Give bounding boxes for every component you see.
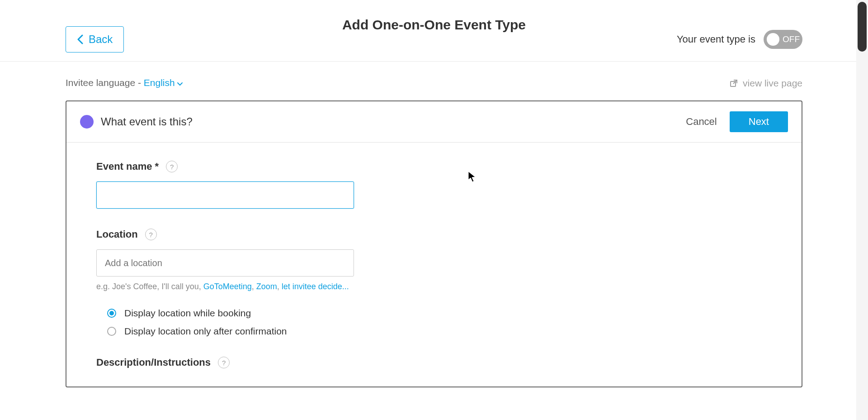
event-type-toggle-wrap: Your event type is OFF <box>677 30 802 49</box>
gotomeeting-link[interactable]: GoToMeeting <box>203 282 252 291</box>
view-live-page-link[interactable]: view live page <box>729 78 802 89</box>
location-label-row: Location ? <box>96 229 772 240</box>
panel-body: Event name * ? Location ? e.g. Joe's Cof… <box>66 143 802 387</box>
back-label: Back <box>89 33 113 46</box>
radio-icon <box>107 309 116 318</box>
toggle-prefix: Your event type is <box>677 33 755 45</box>
event-name-label: Event name * <box>96 161 159 172</box>
page-title: Add One-on-One Event Type <box>342 17 526 33</box>
zoom-link[interactable]: Zoom <box>256 282 277 291</box>
event-name-label-row: Event name * ? <box>96 161 772 172</box>
back-button[interactable]: Back <box>66 26 124 52</box>
panel-header: What event is this? Cancel Next <box>66 101 802 143</box>
scrollbar-thumb[interactable] <box>858 2 867 52</box>
location-input[interactable] <box>96 249 354 277</box>
invitee-language: Invitee language - English <box>66 77 183 89</box>
description-label-row: Description/Instructions ? <box>96 357 772 368</box>
toggle-state: OFF <box>783 34 800 44</box>
description-label: Description/Instructions <box>96 357 211 368</box>
location-display-radio-group: Display location while booking Display l… <box>96 308 772 337</box>
event-name-input[interactable] <box>96 181 354 209</box>
top-bar: Back Add One-on-One Event Type Your even… <box>0 0 868 62</box>
toggle-knob <box>767 33 779 46</box>
language-value: English <box>144 77 175 88</box>
section-heading: What event is this? <box>101 115 193 128</box>
location-field: Location ? e.g. Joe's Coffee, I'll call … <box>96 229 772 337</box>
event-type-toggle[interactable]: OFF <box>764 30 802 49</box>
radio-icon <box>107 327 116 336</box>
location-hint: e.g. Joe's Coffee, I'll call you, GoToMe… <box>96 282 772 291</box>
event-name-field: Event name * ? <box>96 161 772 209</box>
description-field: Description/Instructions ? <box>96 357 772 368</box>
language-selector[interactable]: English <box>144 77 183 88</box>
scrollbar-track <box>856 0 868 420</box>
radio-label: Display location while booking <box>124 308 251 319</box>
invitee-decide-link[interactable]: let invitee decide... <box>282 282 349 291</box>
external-link-icon <box>729 79 738 88</box>
section-dot-icon <box>80 115 94 129</box>
help-icon[interactable]: ? <box>145 229 157 240</box>
chevron-left-icon <box>77 34 83 44</box>
help-icon[interactable]: ? <box>166 161 178 172</box>
radio-label: Display location only after confirmation <box>124 326 287 337</box>
invitee-prefix: Invitee language - <box>66 77 144 88</box>
live-link-text: view live page <box>743 78 802 89</box>
cancel-button[interactable]: Cancel <box>676 111 726 132</box>
radio-display-confirm[interactable]: Display location only after confirmation <box>107 326 772 337</box>
next-button[interactable]: Next <box>730 111 788 132</box>
sub-bar: Invitee language - English view live pag… <box>0 62 868 100</box>
hint-prefix: e.g. Joe's Coffee, I'll call you, <box>96 282 203 291</box>
location-label: Location <box>96 229 138 240</box>
help-icon[interactable]: ? <box>218 357 230 368</box>
chevron-down-icon <box>177 78 183 89</box>
event-panel: What event is this? Cancel Next Event na… <box>66 100 802 387</box>
radio-display-booking[interactable]: Display location while booking <box>107 308 772 319</box>
